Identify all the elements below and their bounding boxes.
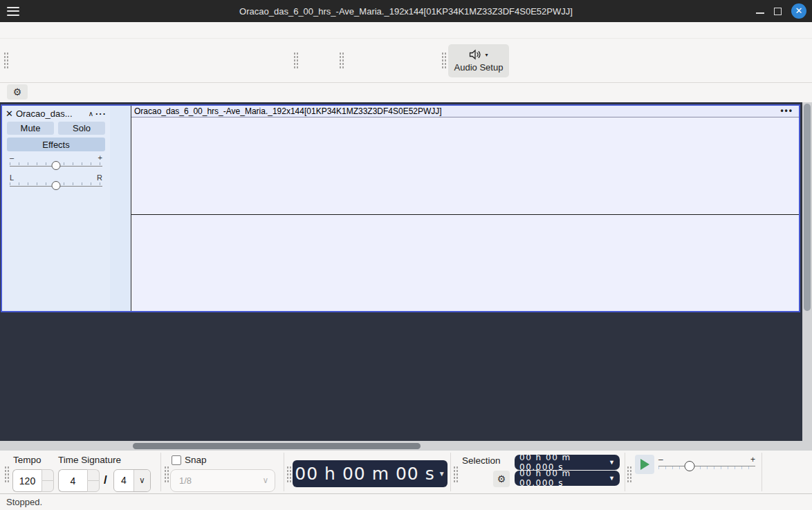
- play-speed-slider[interactable]: – +: [658, 456, 755, 474]
- pan-slider-thumb[interactable]: [52, 181, 61, 190]
- snap-label: Snap: [185, 455, 207, 465]
- status-text: Stopped.: [6, 497, 42, 507]
- tempo-up-button[interactable]: [41, 469, 54, 480]
- title-bar: Oracao_das_6_00_hrs_-Ave_Maria._192x144[…: [0, 0, 812, 22]
- track-control-panel: ✕ Oracao_das... ∧ ··· Mute Solo Effects …: [2, 106, 110, 311]
- horizontal-scrollbar-thumb[interactable]: [133, 443, 421, 449]
- vertical-scale-channel-1: [110, 117, 131, 214]
- audio-setup-grip[interactable]: [441, 52, 447, 70]
- horizontal-scrollbar[interactable]: [0, 441, 812, 451]
- audio-setup-caret-icon: ▾: [485, 52, 488, 58]
- tempo-down-button[interactable]: [41, 480, 54, 492]
- time-format-caret-icon: ▼: [439, 470, 445, 478]
- audio-setup-button[interactable]: ▾ Audio Setup: [448, 44, 509, 77]
- selection-options-gear-button[interactable]: ⚙: [493, 471, 510, 487]
- snap-checkbox[interactable]: [172, 455, 181, 465]
- gain-slider[interactable]: – +: [10, 153, 102, 171]
- minimize-button[interactable]: [756, 12, 764, 14]
- clip-title: Oracao_das_6_00_hrs_-Ave_Maria._192x144[…: [134, 106, 775, 117]
- gain-slider-thumb[interactable]: [52, 161, 61, 170]
- speaker-icon: [469, 49, 482, 60]
- vertical-scale-ruler[interactable]: [110, 106, 131, 311]
- time-signature-toolbar-grip[interactable]: [4, 466, 10, 484]
- track-collapse-icon[interactable]: ∧: [89, 110, 93, 117]
- pan-left-label: L: [10, 173, 14, 182]
- status-bar: Stopped.: [0, 493, 812, 510]
- audio-position-display[interactable]: 00 h 00 m 00 s ▼: [293, 460, 447, 487]
- clip-overflow-menu-icon[interactable]: •••: [775, 106, 799, 117]
- time-signature-upper-spinbox: [58, 469, 100, 492]
- time-toolbar-grip[interactable]: [286, 466, 292, 484]
- selection-toolbar-grip[interactable]: [453, 466, 459, 484]
- chevron-down-icon: ∨: [133, 470, 150, 491]
- track-menu-icon[interactable]: ···: [95, 108, 107, 119]
- time-signature-slash: /: [104, 473, 107, 487]
- hamburger-menu-icon[interactable]: [7, 7, 19, 16]
- tools-toolbar-grip[interactable]: [293, 52, 299, 70]
- speed-slider-thumb[interactable]: [684, 461, 694, 471]
- solo-button[interactable]: Solo: [58, 122, 105, 135]
- clip-header[interactable]: Oracao_das_6_00_hrs_-Ave_Maria._192x144[…: [131, 106, 799, 117]
- selection-label: Selection: [462, 455, 501, 466]
- waveform-area[interactable]: Oracao_das_6_00_hrs_-Ave_Maria._192x144[…: [131, 106, 799, 311]
- edit-toolbar-grip[interactable]: [339, 52, 344, 70]
- speed-min-label: –: [658, 455, 663, 464]
- waveform-channel-1[interactable]: [131, 117, 799, 214]
- audio-setup-label: Audio Setup: [454, 62, 504, 73]
- track-title[interactable]: Oracao_das...: [16, 108, 86, 119]
- play-at-speed-button[interactable]: [635, 455, 654, 474]
- time-signature-lower-select[interactable]: 4 ∨: [113, 469, 151, 492]
- selection-end-caret-icon: ▼: [609, 475, 615, 482]
- bottom-toolbar: Tempo Time Signature / 4 ∨ Snap 1/8 ∨ 00…: [0, 451, 812, 493]
- pan-slider[interactable]: L R: [10, 173, 102, 191]
- toolbar-dock: ▾ Audio Setup: [0, 39, 812, 83]
- maximize-button[interactable]: [774, 8, 782, 15]
- mute-button[interactable]: Mute: [7, 122, 54, 135]
- gain-min-label: –: [10, 153, 14, 162]
- timeline-ruler[interactable]: ⚙: [0, 83, 812, 102]
- menu-bar: [0, 22, 812, 39]
- timeline-options-gear-button[interactable]: ⚙: [7, 84, 28, 100]
- chevron-down-icon: ∨: [257, 470, 275, 491]
- play-at-speed-grip[interactable]: [627, 466, 632, 484]
- track-area: ✕ Oracao_das... ∧ ··· Mute Solo Effects …: [0, 102, 812, 451]
- selection-end-field[interactable]: 00 h 00 m 00.000 s ▼: [515, 471, 620, 486]
- selection-start-caret-icon: ▼: [609, 459, 615, 466]
- audio-track[interactable]: ✕ Oracao_das... ∧ ··· Mute Solo Effects …: [1, 104, 800, 312]
- tempo-input[interactable]: [12, 469, 41, 492]
- close-button[interactable]: ✕: [791, 3, 806, 19]
- snap-toolbar-grip[interactable]: [164, 466, 169, 484]
- vertical-scale-channel-2: [110, 214, 131, 311]
- tempo-label: Tempo: [13, 455, 41, 465]
- effects-button[interactable]: Effects: [7, 138, 105, 151]
- vertical-scrollbar[interactable]: [802, 102, 812, 441]
- vertical-scrollbar-thumb[interactable]: [804, 104, 811, 311]
- time-signature-label: Time Signature: [58, 455, 121, 465]
- tempo-spinbox: [12, 469, 54, 492]
- track-close-icon[interactable]: ✕: [6, 108, 13, 119]
- gain-max-label: +: [98, 153, 102, 162]
- speed-max-label: +: [750, 455, 755, 464]
- waveform-channel-2[interactable]: [131, 215, 799, 311]
- snap-mode-select[interactable]: 1/8 ∨: [170, 469, 275, 492]
- window-title: Oracao_das_6_00_hrs_-Ave_Maria._192x144[…: [0, 6, 812, 17]
- play-icon: [640, 459, 649, 470]
- pan-right-label: R: [97, 173, 102, 182]
- ts-down-button[interactable]: [87, 480, 100, 492]
- selection-start-field[interactable]: 00 h 00 m 00.000 s ▼: [515, 455, 620, 470]
- ts-up-button[interactable]: [87, 469, 100, 480]
- transport-toolbar-grip[interactable]: [3, 52, 9, 70]
- time-signature-upper-input[interactable]: [58, 469, 87, 492]
